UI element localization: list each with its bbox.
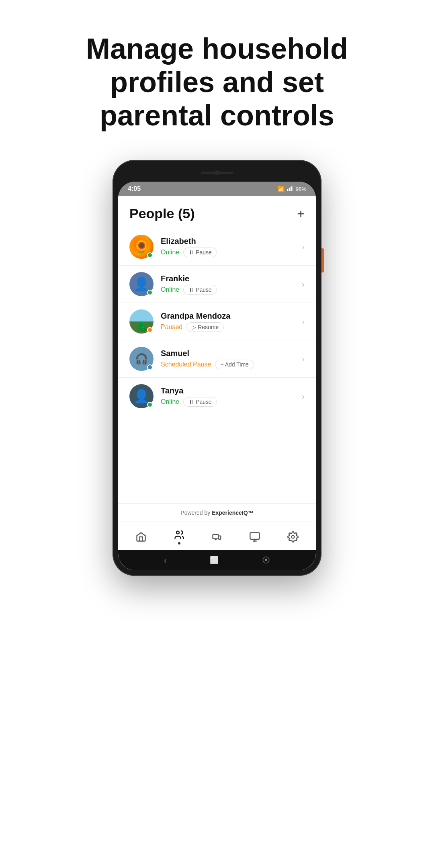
person-info: Tanya Online ⏸ Pause — [161, 386, 299, 407]
wifi-icon: 📶 — [278, 186, 285, 192]
list-item[interactable]: 🌻 Elizabeth Online ⏸ Pause › — [118, 228, 316, 265]
svg-rect-3 — [292, 186, 293, 191]
svg-point-4 — [176, 531, 179, 534]
chevron-right-icon: › — [302, 392, 305, 401]
recents-button[interactable]: ⦿ — [262, 556, 270, 565]
monitor-icon — [249, 531, 260, 542]
devices-icon — [211, 531, 223, 542]
nav-devices[interactable] — [203, 530, 231, 544]
add-person-button[interactable]: + — [297, 207, 305, 220]
person-name: Tanya — [161, 386, 299, 395]
people-count-title: People (5) — [129, 206, 194, 221]
tree-icon: 🌲 — [135, 320, 148, 333]
sunflower-icon: 🌻 — [133, 239, 150, 255]
android-nav-bar: ‹ ⬜ ⦿ — [118, 550, 316, 570]
online-dot — [147, 290, 153, 295]
paused-dot — [147, 327, 153, 333]
status-row: Online ⏸ Pause — [161, 248, 299, 257]
people-icon — [174, 529, 185, 540]
person-name: Elizabeth — [161, 237, 299, 246]
person-name: Samuel — [161, 349, 299, 358]
person-info: Elizabeth Online ⏸ Pause — [161, 237, 299, 257]
status-row: Scheduled Pause + Add Time — [161, 360, 299, 369]
chevron-right-icon: › — [302, 317, 305, 326]
list-item[interactable]: 👤 Tanya Online ⏸ Pause › — [118, 377, 316, 415]
chevron-right-icon: › — [302, 242, 305, 252]
phone-mockup: 4:05 📶 98% — [113, 160, 321, 576]
phone-screen: 4:05 📶 98% — [118, 182, 316, 570]
bottom-nav — [118, 522, 316, 550]
people-list: 🌻 Elizabeth Online ⏸ Pause › — [118, 228, 316, 415]
status-time: 4:05 — [128, 185, 141, 192]
headphone-icon: 🎧 — [135, 353, 148, 365]
app-header: People (5) + — [118, 196, 316, 228]
person-icon: 👤 — [133, 389, 149, 404]
settings-icon — [287, 531, 299, 542]
scheduled-dot — [147, 364, 153, 370]
brand-name: ExperienceIQ™ — [212, 510, 254, 516]
person-icon: 👤 — [133, 276, 149, 292]
avatar: 👤 — [129, 272, 154, 296]
status-badge: Scheduled Pause — [161, 361, 211, 368]
list-item[interactable]: 🌲 Grandpa Mendoza Paused ▷ Resume › — [118, 303, 316, 340]
svg-rect-2 — [291, 186, 292, 191]
battery-indicator: 98% — [296, 186, 306, 192]
status-badge: Online — [161, 286, 179, 293]
avatar: 👤 — [129, 384, 154, 408]
list-item[interactable]: 🎧 Samuel Scheduled Pause + Add Time › — [118, 340, 316, 377]
pause-button[interactable]: ⏸ Pause — [183, 248, 217, 257]
status-badge: Paused — [161, 323, 182, 331]
app-content: People (5) + 🌻 Elizabeth — [118, 196, 316, 570]
camera-icon — [215, 170, 219, 175]
status-row: Online ⏸ Pause — [161, 285, 299, 295]
status-badge: Online — [161, 249, 179, 256]
status-row: Online ⏸ Pause — [161, 397, 299, 407]
list-item[interactable]: 👤 Frankie Online ⏸ Pause › — [118, 265, 316, 303]
svg-rect-6 — [250, 533, 260, 539]
nav-monitor[interactable] — [241, 530, 268, 544]
svg-point-7 — [291, 536, 294, 538]
powered-by-label: Powered by ExperienceIQ™ — [118, 504, 316, 522]
person-info: Frankie Online ⏸ Pause — [161, 274, 299, 295]
nav-people[interactable] — [166, 528, 193, 546]
avatar: 🌲 — [129, 309, 154, 334]
person-name: Grandpa Mendoza — [161, 311, 299, 321]
pause-button[interactable]: ⏸ Pause — [183, 285, 217, 295]
resume-button[interactable]: ▷ Resume — [186, 322, 224, 332]
nav-home[interactable] — [127, 530, 155, 544]
phone-top-bar — [118, 166, 316, 180]
chevron-right-icon: › — [302, 280, 305, 289]
status-badge: Online — [161, 398, 179, 405]
svg-rect-0 — [287, 189, 288, 191]
person-info: Grandpa Mendoza Paused ▷ Resume — [161, 311, 299, 332]
hero-title: Manage household profiles and set parent… — [36, 0, 398, 156]
status-icons: 📶 98% — [278, 186, 306, 192]
side-button — [321, 248, 324, 272]
pause-button[interactable]: ⏸ Pause — [183, 397, 217, 407]
home-button[interactable]: ⬜ — [210, 556, 219, 565]
online-dot — [147, 402, 153, 407]
avatar: 🌻 — [129, 235, 154, 259]
online-dot — [147, 252, 153, 258]
svg-rect-5 — [213, 535, 218, 539]
avatar: 🎧 — [129, 347, 154, 371]
person-name: Frankie — [161, 274, 299, 283]
chevron-right-icon: › — [302, 354, 305, 364]
status-bar: 4:05 📶 98% — [118, 182, 316, 196]
home-icon — [135, 531, 147, 542]
active-indicator — [178, 542, 180, 545]
content-spacer — [118, 415, 316, 487]
person-info: Samuel Scheduled Pause + Add Time — [161, 349, 299, 369]
add-time-button[interactable]: + Add Time — [215, 360, 254, 369]
svg-rect-1 — [289, 188, 290, 191]
nav-settings[interactable] — [279, 530, 307, 544]
back-button[interactable]: ‹ — [164, 556, 167, 565]
signal-icon — [287, 186, 293, 192]
status-row: Paused ▷ Resume — [161, 322, 299, 332]
